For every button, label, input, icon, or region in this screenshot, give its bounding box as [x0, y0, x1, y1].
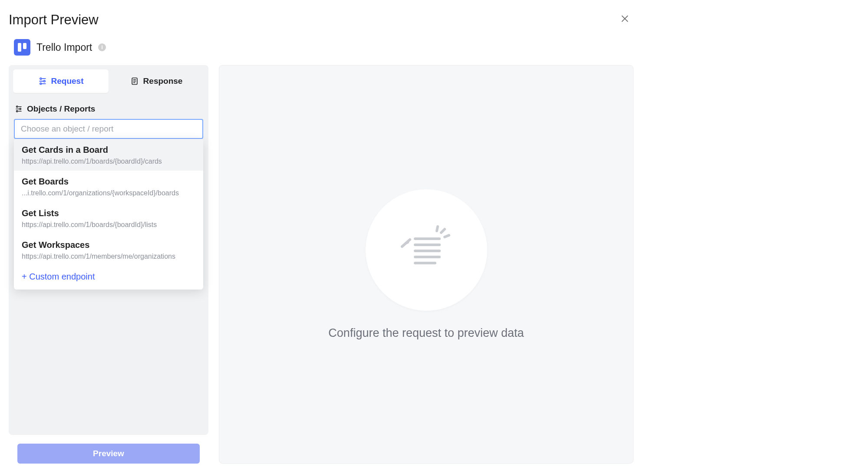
content-row: Request Response — [9, 65, 859, 474]
modal-header: Import Preview — [9, 8, 859, 36]
tab-request-label: Request — [51, 76, 84, 86]
svg-line-25 — [445, 235, 449, 237]
preview-button[interactable]: Preview — [17, 444, 200, 464]
dropdown-item-sub: ...i.trello.com/1/organizations/{workspa… — [22, 189, 195, 197]
svg-line-26 — [437, 227, 438, 231]
preview-pane: Configure the request to preview data — [219, 65, 634, 464]
custom-endpoint-label: + Custom endpoint — [22, 272, 95, 281]
empty-document-icon — [396, 220, 457, 280]
trello-icon — [14, 39, 30, 56]
source-name: Trello Import — [36, 42, 92, 53]
dropdown-item-sub: https://api.trello.com/1/members/me/orga… — [22, 253, 195, 260]
tab-response[interactable]: Response — [109, 69, 204, 93]
tabs: Request Response — [9, 65, 208, 93]
svg-point-2 — [40, 78, 42, 79]
dropdown-item-sub: https://api.trello.com/1/boards/{boardId… — [22, 221, 195, 229]
dropdown-item-title: Get Workspaces — [22, 240, 195, 250]
info-icon[interactable]: i — [98, 43, 106, 51]
dropdown-item[interactable]: Get Cards in a Board https://api.trello.… — [14, 139, 203, 171]
dropdown-item[interactable]: Get Workspaces https://api.trello.com/1/… — [14, 234, 203, 266]
object-report-input[interactable] — [14, 119, 203, 139]
object-dropdown: Get Cards in a Board https://api.trello.… — [14, 139, 203, 290]
request-icon — [38, 77, 47, 86]
dropdown-item-sub: https://api.trello.com/1/boards/{boardId… — [22, 158, 195, 165]
close-button[interactable] — [616, 11, 634, 29]
objects-section-label: Objects / Reports — [27, 104, 95, 114]
svg-line-24 — [441, 229, 445, 233]
response-icon — [130, 77, 139, 86]
objects-section-header: Objects / Reports — [14, 104, 203, 119]
svg-point-16 — [17, 111, 18, 112]
close-icon — [620, 14, 630, 26]
tab-response-label: Response — [143, 76, 183, 86]
svg-point-12 — [17, 106, 18, 107]
svg-point-6 — [40, 83, 42, 85]
import-preview-modal: Import Preview Trello Import i — [0, 0, 868, 474]
empty-state: Configure the request to preview data — [328, 189, 524, 340]
dropdown-item-title: Get Boards — [22, 177, 195, 187]
page-title: Import Preview — [9, 12, 99, 28]
dropdown-item[interactable]: Get Lists https://api.trello.com/1/board… — [14, 202, 203, 234]
source-row: Trello Import i — [9, 36, 859, 65]
svg-point-4 — [43, 80, 45, 82]
custom-endpoint-option[interactable]: + Custom endpoint — [14, 266, 203, 290]
request-panel: Objects / Reports Get Cards in a Board h… — [9, 93, 208, 435]
tab-request[interactable]: Request — [13, 69, 109, 93]
dropdown-item-title: Get Cards in a Board — [22, 145, 195, 155]
preview-button-label: Preview — [93, 449, 124, 458]
dropdown-item[interactable]: Get Boards ...i.trello.com/1/organizatio… — [14, 171, 203, 202]
sliders-icon — [15, 105, 23, 113]
sidebar-body: Request Response — [9, 65, 208, 435]
svg-point-14 — [20, 108, 21, 109]
empty-state-illustration — [366, 189, 487, 311]
dropdown-item-title: Get Lists — [22, 208, 195, 218]
empty-state-message: Configure the request to preview data — [328, 326, 524, 340]
sidebar: Request Response — [9, 65, 208, 474]
